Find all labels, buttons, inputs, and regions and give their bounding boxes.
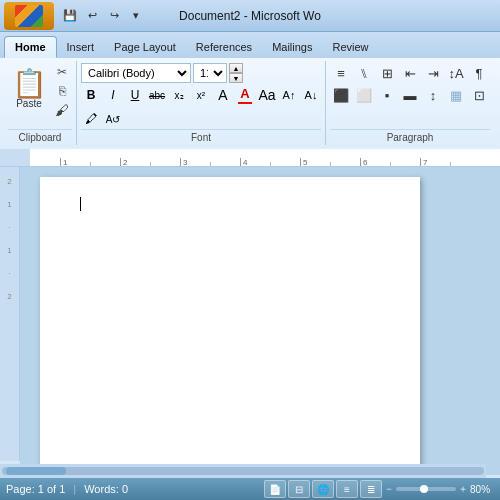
copy-button[interactable]: ⎘ <box>52 82 72 100</box>
align-right-button[interactable]: ▪ <box>376 85 398 105</box>
font-row-2: B I U abc x₂ x² A A Aa A↑ A↓ <box>81 85 321 105</box>
h-scroll-thumb[interactable] <box>6 467 66 475</box>
full-screen-button[interactable]: ⊟ <box>288 480 310 498</box>
document-page[interactable] <box>40 177 420 475</box>
title-bar: 💾 ↩ ↪ ▾ Document2 - Microsoft Wo <box>0 0 500 32</box>
text-cursor <box>80 197 81 211</box>
highlight-button[interactable]: Aa <box>257 85 277 105</box>
font-size-increase[interactable]: ▲ <box>229 63 243 73</box>
save-button[interactable]: 💾 <box>60 6 80 26</box>
tab-insert[interactable]: Insert <box>57 36 105 58</box>
superscript-button[interactable]: x² <box>191 85 211 105</box>
show-marks-button[interactable]: ¶ <box>468 63 490 83</box>
paragraph-label: Paragraph <box>330 129 490 143</box>
increase-indent[interactable]: ⇥ <box>422 63 444 83</box>
cut-button[interactable]: ✂ <box>52 63 72 81</box>
font-color-indicator <box>238 102 252 104</box>
zoom-in-btn[interactable]: ＋ <box>458 482 468 496</box>
paragraph-group: ≡ ⑊ ⊞ ⇤ ⇥ ↕A ¶ ⬛ ⬜ ▪ ▬ ↕ ▦ ⊡ Paragraph <box>326 61 494 145</box>
format-painter-button[interactable]: 🖌 <box>52 101 72 119</box>
font-color-button[interactable]: A <box>235 85 255 105</box>
bold-button[interactable]: B <box>81 85 101 105</box>
outline-view-button[interactable]: ≡ <box>336 480 358 498</box>
document-area[interactable] <box>20 167 500 475</box>
font-face-select[interactable]: Calibri (Body) <box>81 63 191 83</box>
ruler-tick-m6 <box>390 162 391 166</box>
font-group: Calibri (Body) 11 ▲ ▼ B I U abc x₂ x² A <box>77 61 326 145</box>
zoom-percentage: 80% <box>470 484 494 495</box>
tab-page-layout[interactable]: Page Layout <box>104 36 186 58</box>
zoom-out-btn[interactable]: － <box>384 482 394 496</box>
font-size-select[interactable]: 11 <box>193 63 227 83</box>
align-left-button[interactable]: ⬛ <box>330 85 352 105</box>
ribbon-content: 📋 Paste ✂ ⎘ 🖌 Clipboard Calibri (Body) 1… <box>0 58 500 149</box>
paste-button[interactable]: 📋 Paste <box>8 63 50 115</box>
numbering-button[interactable]: ⑊ <box>353 63 375 83</box>
ruler-tick-m1 <box>90 162 91 166</box>
font-row-1: Calibri (Body) 11 ▲ ▼ <box>81 63 321 83</box>
print-layout-button[interactable]: 📄 <box>264 480 286 498</box>
ruler-tick-7: 7 <box>420 158 421 166</box>
status-separator: | <box>73 483 76 495</box>
ruler-tick-4: 4 <box>240 158 241 166</box>
para-row-2: ⬛ ⬜ ▪ ▬ ↕ ▦ ⊡ <box>330 85 490 105</box>
ruler-tick-2: 2 <box>120 158 121 166</box>
align-center-button[interactable]: ⬜ <box>353 85 375 105</box>
qat-dropdown[interactable]: ▾ <box>126 6 146 26</box>
tab-references[interactable]: References <box>186 36 262 58</box>
subscript-button[interactable]: x₂ <box>169 85 189 105</box>
undo-button[interactable]: ↩ <box>82 6 102 26</box>
ruler-tick-m2 <box>150 162 151 166</box>
doc-container: 2 1 · 1 · 2 <box>0 167 500 461</box>
font-label: Font <box>81 129 321 143</box>
horizontal-scrollbar[interactable] <box>0 464 486 478</box>
justify-button[interactable]: ▬ <box>399 85 421 105</box>
paste-area: 📋 Paste <box>8 63 50 115</box>
bullets-button[interactable]: ≡ <box>330 63 352 83</box>
multilevel-button[interactable]: ⊞ <box>376 63 398 83</box>
zoom-slider[interactable] <box>396 487 456 491</box>
shading-button[interactable]: ▦ <box>445 85 467 105</box>
left-margin-bar: 2 1 · 1 · 2 <box>0 167 20 461</box>
view-buttons: 📄 ⊟ 🌐 ≡ ≣ － ＋ 80% <box>264 480 494 498</box>
font-group-content: Calibri (Body) 11 ▲ ▼ B I U abc x₂ x² A <box>81 63 321 129</box>
font-row-3: 🖍 A↺ <box>81 109 321 129</box>
clipboard-label: Clipboard <box>8 129 72 143</box>
font-size-decrease[interactable]: ▼ <box>229 73 243 83</box>
web-layout-button[interactable]: 🌐 <box>312 480 334 498</box>
ruler: 1 2 3 4 5 6 7 <box>0 149 500 167</box>
draft-view-button[interactable]: ≣ <box>360 480 382 498</box>
clipboard-group-content: 📋 Paste ✂ ⎘ 🖌 <box>8 63 72 129</box>
highlight-color-button[interactable]: 🖍 <box>81 109 101 129</box>
clipboard-small-buttons: ✂ ⎘ 🖌 <box>52 63 72 119</box>
font-case-button[interactable]: A↑ <box>279 85 299 105</box>
clear-formatting-button[interactable]: A↺ <box>103 109 123 129</box>
line-spacing-button[interactable]: ↕ <box>422 85 444 105</box>
quick-access-toolbar: 💾 ↩ ↪ ▾ <box>60 6 146 26</box>
ruler-tick-5: 5 <box>300 158 301 166</box>
zoom-thumb[interactable] <box>420 485 428 493</box>
paste-icon: 📋 <box>12 70 47 98</box>
office-button[interactable] <box>4 2 54 30</box>
ruler-tick-6: 6 <box>360 158 361 166</box>
tab-review[interactable]: Review <box>322 36 378 58</box>
paste-label: Paste <box>16 98 42 109</box>
underline-button[interactable]: U <box>125 85 145 105</box>
sort-button[interactable]: ↕A <box>445 63 467 83</box>
tab-home[interactable]: Home <box>4 36 57 58</box>
ruler-tick-m4 <box>270 162 271 166</box>
borders-button[interactable]: ⊡ <box>468 85 490 105</box>
window-title: Document2 - Microsoft Wo <box>179 9 321 23</box>
ruler-tick-m7 <box>450 162 451 166</box>
word-count-status: Words: 0 <box>84 483 128 495</box>
italic-button[interactable]: I <box>103 85 123 105</box>
strikethrough-button[interactable]: abc <box>147 85 167 105</box>
status-bar: Page: 1 of 1 | Words: 0 📄 ⊟ 🌐 ≡ ≣ － ＋ 80… <box>0 478 500 500</box>
ruler-tick-3: 3 <box>180 158 181 166</box>
text-effects-button[interactable]: A <box>213 85 233 105</box>
font-smaller-button[interactable]: A↓ <box>301 85 321 105</box>
page-status: Page: 1 of 1 <box>6 483 65 495</box>
tab-mailings[interactable]: Mailings <box>262 36 322 58</box>
redo-button[interactable]: ↪ <box>104 6 124 26</box>
decrease-indent[interactable]: ⇤ <box>399 63 421 83</box>
